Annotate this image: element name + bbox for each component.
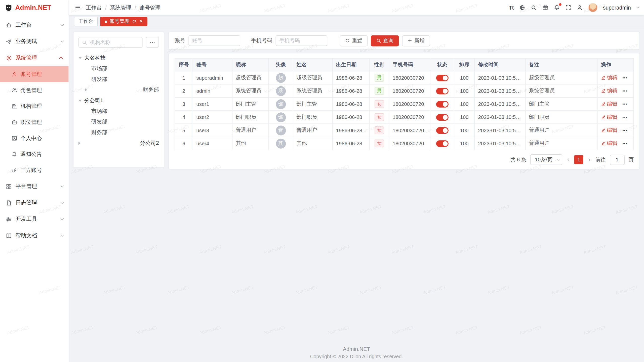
tree-node-7[interactable]: 财务部 <box>78 127 159 138</box>
sidebar-item-0[interactable]: 工作台 <box>0 17 69 33</box>
sidebar-subitem-2-5[interactable]: 通知公告 <box>0 146 69 162</box>
user-avatar[interactable] <box>588 3 598 12</box>
caret-right-icon[interactable] <box>78 142 138 145</box>
edit-button[interactable]: 编辑 <box>601 87 617 94</box>
cell-actions: 编辑⋯ <box>597 84 634 98</box>
status-toggle[interactable] <box>436 140 448 147</box>
prev-page-button[interactable]: ‹ <box>566 156 570 163</box>
caret-down-icon[interactable] <box>78 57 82 59</box>
theme-icon[interactable] <box>542 5 548 11</box>
brand-name: Admin.NET <box>15 4 51 11</box>
account-input[interactable] <box>188 35 240 46</box>
org-more-button[interactable]: ⋯ <box>146 37 159 48</box>
more-actions-button[interactable]: ⋯ <box>622 101 628 107</box>
tree-node-4[interactable]: 分公司1 <box>78 95 159 106</box>
reset-button[interactable]: 重置 <box>340 35 368 46</box>
edit-button[interactable]: 编辑 <box>601 127 617 134</box>
cell-remark: 普通用户 <box>526 124 597 137</box>
page-1-button[interactable]: 1 <box>574 155 583 164</box>
sidebar-item-2[interactable]: 系统管理 <box>0 50 69 66</box>
status-toggle[interactable] <box>436 114 448 120</box>
tree-node-2[interactable]: 研发部 <box>78 74 159 84</box>
tree-node-3[interactable]: 财务部 <box>78 84 159 95</box>
font-size-icon[interactable]: Tt <box>509 5 514 11</box>
org-search-input[interactable] <box>78 37 143 48</box>
sidebar-item-3[interactable]: 平台管理 <box>0 178 69 195</box>
tab-workbench[interactable]: 工作台 <box>74 17 98 26</box>
caret-down-icon[interactable] <box>78 100 82 102</box>
cell-modified-time: 2023-01-03 10:59:44 <box>475 71 526 84</box>
more-actions-button[interactable]: ⋯ <box>622 114 628 120</box>
accounts-table: 序号账号昵称头像姓名出生日期性别手机号码状态排序修改时间备注操作 1supera… <box>175 58 634 150</box>
sidebar: Admin.NET 工作台业务测试系统管理账号管理角色管理机构管理职位管理个人中… <box>0 0 69 362</box>
cell-modified-time: 2023-01-03 10:59:44 <box>475 124 526 137</box>
gender-tag: 男 <box>375 87 384 95</box>
next-page-button[interactable]: › <box>587 156 591 163</box>
tree-node-5[interactable]: 市场部 <box>78 106 159 116</box>
breadcrumb-item-workbench[interactable]: 工作台 <box>86 4 102 11</box>
cell-account: user1 <box>193 98 232 111</box>
edit-button[interactable]: 编辑 <box>601 101 617 108</box>
chevron-down-icon <box>557 158 560 161</box>
breadcrumb-item-system[interactable]: 系统管理 <box>110 4 131 11</box>
edit-button[interactable]: 编辑 <box>601 114 617 121</box>
goto-page-input[interactable] <box>610 155 625 165</box>
bell-icon <box>554 5 560 11</box>
cell-avatar: 其 <box>268 137 293 150</box>
sidebar-subitem-2-0[interactable]: 账号管理 <box>0 66 69 82</box>
sidebar-nav: 工作台业务测试系统管理账号管理角色管理机构管理职位管理个人中心通知公告三方账号平… <box>0 15 69 362</box>
tab-refresh-icon[interactable] <box>132 19 136 24</box>
more-actions-button[interactable]: ⋯ <box>622 140 628 146</box>
username[interactable]: superadmin <box>603 5 631 11</box>
sidebar-subitem-2-4[interactable]: 个人中心 <box>0 130 69 146</box>
tab-account-management[interactable]: 账号管理 ✕ <box>100 17 147 26</box>
sidebar-subitem-2-3[interactable]: 职位管理 <box>0 114 69 130</box>
cell-nickname: 其他 <box>232 137 268 150</box>
phone-input[interactable] <box>276 35 328 46</box>
tab-close-icon[interactable]: ✕ <box>139 19 143 24</box>
edit-button[interactable]: 编辑 <box>601 140 617 147</box>
notification-dot <box>559 3 561 6</box>
caret-right-icon[interactable] <box>85 88 140 92</box>
sidebar-item-5[interactable]: 开发工具 <box>0 211 69 227</box>
status-toggle[interactable] <box>436 88 448 94</box>
tree-node-0[interactable]: 大名科技 <box>78 53 159 63</box>
cell-status <box>430 71 454 84</box>
column-header-0: 序号 <box>175 59 193 71</box>
sidebar-subitem-2-2[interactable]: 机构管理 <box>0 98 69 114</box>
tree-node-8[interactable]: 分公司2 <box>78 138 159 149</box>
status-toggle[interactable] <box>436 74 448 81</box>
cell-birthdate: 1986-06-28 <box>333 98 370 111</box>
fullscreen-icon[interactable] <box>565 5 571 11</box>
sidebar-subitem-2-1[interactable]: 角色管理 <box>0 82 69 98</box>
status-toggle[interactable] <box>436 127 448 133</box>
row-actions: 编辑⋯ <box>601 74 628 81</box>
edit-button[interactable]: 编辑 <box>601 74 617 81</box>
profile-icon[interactable] <box>577 5 583 11</box>
status-toggle[interactable] <box>436 101 448 107</box>
sidebar-subitem-2-6[interactable]: 三方账号 <box>0 162 69 178</box>
sidebar-item-6[interactable]: 帮助文档 <box>0 227 69 244</box>
page-size-select[interactable]: 10条/页 <box>530 154 562 165</box>
sidebar-item-1[interactable]: 业务测试 <box>0 33 69 50</box>
tree-node-1[interactable]: 市场部 <box>78 63 159 74</box>
search-button[interactable]: 查询 <box>371 35 399 46</box>
language-icon[interactable] <box>519 5 525 11</box>
more-actions-button[interactable]: ⋯ <box>622 75 628 81</box>
pagination: 共 6 条 10条/页 ‹ 1 › 前往 页 <box>175 154 634 165</box>
phone-label: 手机号码 <box>251 37 272 44</box>
column-header-9: 排序 <box>454 59 475 71</box>
main-column: 工作台 / 系统管理 / 账号管理 Tt superadmin <box>69 0 644 362</box>
tree-node-6[interactable]: 研发部 <box>78 117 159 127</box>
search-icon[interactable] <box>531 5 537 11</box>
more-actions-button[interactable]: ⋯ <box>622 127 628 133</box>
more-actions-button[interactable]: ⋯ <box>622 88 628 94</box>
sidebar-item-4[interactable]: 日志管理 <box>0 195 69 211</box>
add-button[interactable]: 新增 <box>402 35 430 46</box>
cell-status <box>430 84 454 98</box>
hamburger-menu-icon[interactable] <box>75 5 81 11</box>
notification-bell[interactable] <box>554 5 560 11</box>
logo[interactable]: Admin.NET <box>0 0 69 15</box>
org-tree: 大名科技市场部研发部财务部分公司1市场部研发部财务部分公司2 <box>78 53 159 149</box>
avatar: 系 <box>276 86 286 96</box>
